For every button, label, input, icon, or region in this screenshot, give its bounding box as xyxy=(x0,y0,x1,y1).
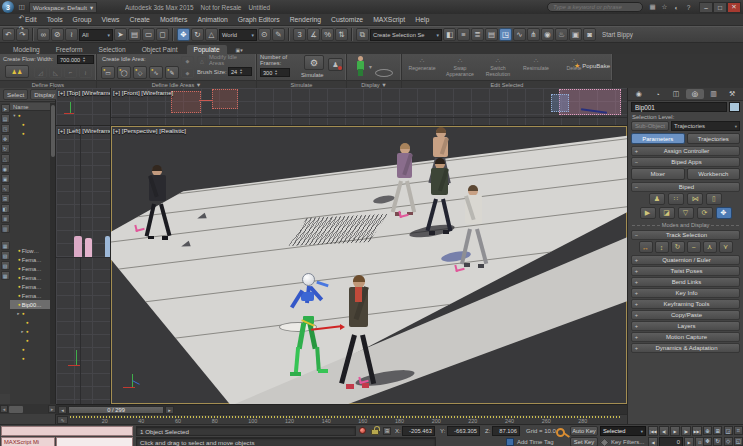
z-coordinate-field[interactable]: 87.106 xyxy=(492,426,520,436)
display-tab[interactable]: Display xyxy=(30,89,58,100)
biped-playback-icon[interactable]: ▶ xyxy=(640,207,656,219)
material-editor-icon[interactable]: ◉ xyxy=(541,28,554,41)
time-slider-handle[interactable]: 0 / 299 xyxy=(68,406,164,414)
snaps-toggle-3d-icon[interactable]: 3 xyxy=(293,28,306,41)
create-tab-icon[interactable]: ◉ xyxy=(630,89,648,99)
x-coordinate-field[interactable]: -205.463 xyxy=(402,426,435,436)
idle-ellipse-icon[interactable]: ●◯ xyxy=(117,66,131,79)
named-selection-sets-dropdown[interactable]: Create Selection Se▾ xyxy=(370,29,442,41)
explorer-tool-icon-13[interactable]: ▥ xyxy=(1,224,10,233)
define-idle-areas-group-label[interactable]: Define Idle Areas ▼ xyxy=(97,80,256,88)
biped-skeleton[interactable] xyxy=(287,272,349,394)
absolute-mode-icon[interactable]: ⊞ xyxy=(383,427,391,435)
light-bulb-icon[interactable]: ● xyxy=(22,347,25,352)
light-bulb-icon[interactable]: ● xyxy=(18,284,21,289)
add-time-tag-label[interactable]: Add Time Tag xyxy=(517,439,554,445)
render-production-icon[interactable]: ◙ xyxy=(583,28,596,41)
menu-maxscript[interactable]: MAXScript xyxy=(368,14,410,25)
convert-icon[interactable]: ⟳ xyxy=(697,207,713,219)
spinner-snap-icon[interactable]: ⇅ xyxy=(335,28,348,41)
lock-com-keying-icon[interactable]: − xyxy=(687,241,701,253)
rollout-biped-apps[interactable]: −Biped Apps xyxy=(631,157,740,167)
ribbon-tab-modeling[interactable]: Modeling xyxy=(6,45,47,54)
close-button[interactable]: ✕ xyxy=(727,2,741,13)
explorer-tool-icon-5[interactable]: ↻ xyxy=(1,144,10,153)
y-coordinate-field[interactable]: -663.305 xyxy=(447,426,480,436)
workspace-dropdown[interactable]: Workspace: Default▾ xyxy=(29,2,97,13)
button-switch-resolution[interactable]: ∴Switch Resolution xyxy=(479,55,517,77)
body-vertical-icon[interactable]: ↕ xyxy=(655,241,669,253)
simulate-group-label[interactable]: Simulate xyxy=(257,80,346,88)
explorer-tool-icon-8[interactable]: ▣ xyxy=(1,174,10,183)
save-file-icon[interactable]: ◫ xyxy=(16,2,27,13)
tree-row-2[interactable]: ● xyxy=(10,120,51,129)
angle-snap-icon[interactable]: ∡ xyxy=(307,28,320,41)
ribbon-tab-selection[interactable]: Selection xyxy=(92,45,133,54)
menu-customize[interactable]: Customize xyxy=(326,14,368,25)
explorer-tool-icon-1[interactable]: ➤ xyxy=(1,104,10,113)
rollout-biped[interactable]: −Biped xyxy=(631,182,740,192)
light-bulb-icon[interactable]: ● xyxy=(22,311,25,316)
tree-row-4[interactable]: ●Flow… xyxy=(10,246,51,255)
ribbon-tab-populate[interactable]: Populate xyxy=(187,45,227,54)
light-bulb-icon[interactable]: ● xyxy=(18,293,21,298)
explorer-tool-icon-2[interactable]: ▤ xyxy=(1,114,10,123)
pedestrian-woman-purple[interactable] xyxy=(393,144,417,216)
simulate-selected-icon[interactable]: ♟ xyxy=(328,58,343,71)
simulate-button-label[interactable]: Simulate xyxy=(301,72,324,78)
zoom-region-icon[interactable]: ⌗ xyxy=(734,426,743,435)
menu-create[interactable]: Create xyxy=(125,14,155,25)
menu-views[interactable]: Views xyxy=(96,14,124,25)
percent-snap-icon[interactable]: % xyxy=(321,28,334,41)
light-bulb-icon[interactable]: ● xyxy=(26,320,29,325)
sign-in-icon[interactable]: ▦ xyxy=(647,2,658,13)
select-and-rotate-icon[interactable]: ↻ xyxy=(191,28,204,41)
viewport-front[interactable]: [+] [Front] [Wireframe] xyxy=(111,88,627,125)
tree-row-13[interactable]: ▸● xyxy=(10,327,51,336)
reverse-flow-icon[interactable]: ◺ xyxy=(49,66,62,78)
key-filters-icon[interactable] xyxy=(600,438,610,446)
explorer-tool-icon-16[interactable]: ▨ xyxy=(1,261,10,270)
light-bulb-icon[interactable]: ● xyxy=(18,257,21,262)
flow-width-spinner[interactable]: 700.000▲▼ xyxy=(57,55,94,64)
unlink-selection-icon[interactable]: ⊘ xyxy=(51,28,64,41)
modify-idle-areas-label[interactable]: Modify Idle Areas xyxy=(209,55,253,67)
key-mode-toggle-button[interactable]: ◀ xyxy=(648,437,658,446)
explorer-horizontal-scrollbar[interactable]: ◂▸ xyxy=(0,404,56,414)
idle-rectangle-icon[interactable]: ●▭ xyxy=(101,66,115,79)
display-group-label[interactable]: Display ▼ xyxy=(347,80,401,88)
light-bulb-icon[interactable]: ● xyxy=(18,275,21,280)
sub-object-dropdown[interactable]: Trajectories▾ xyxy=(671,121,740,131)
viewport-top-label[interactable]: [+] [Top] [Wireframe] xyxy=(58,89,110,96)
name-column-header[interactable]: Name xyxy=(10,103,51,111)
mirror-icon[interactable]: ◧ xyxy=(443,28,456,41)
move-all-mode-icon[interactable]: ✥ xyxy=(716,207,732,219)
rollout-key-info[interactable]: +Key Info xyxy=(631,288,740,298)
opposite-tracks-icon[interactable]: ⋎ xyxy=(719,241,733,253)
tree-row-5[interactable]: ●Fema… xyxy=(10,255,51,264)
select-object-icon[interactable]: ➤ xyxy=(114,28,127,41)
rollout-keyframing-tools[interactable]: +Keyframing Tools xyxy=(631,299,740,309)
idle-paint-icon[interactable]: ●✎ xyxy=(165,66,179,79)
scene-explorer-icon[interactable]: ◳ xyxy=(499,28,512,41)
motion-flow-mode-icon[interactable]: ⋈ xyxy=(687,193,703,205)
minimize-button[interactable]: – xyxy=(699,2,713,13)
light-bulb-icon[interactable]: ● xyxy=(18,113,21,118)
chevron-down-icon[interactable]: ▾ xyxy=(369,64,372,70)
tree-row-6[interactable]: ●Fema… xyxy=(10,264,51,273)
zoom-extents-icon[interactable]: ◲ xyxy=(724,426,733,435)
zoom-all-icon[interactable]: ⊞ xyxy=(713,426,722,435)
rollout-layers[interactable]: +Layers xyxy=(631,321,740,331)
favorites-icon[interactable]: ☆ xyxy=(659,2,670,13)
ribbon-tab-object-paint[interactable]: Object Paint xyxy=(135,45,185,54)
body-rotation-icon[interactable]: ↻ xyxy=(671,241,685,253)
rollout-assign-controller[interactable]: +Assign Controller xyxy=(631,146,740,156)
selection-lock-icon[interactable] xyxy=(371,429,379,435)
help-icon[interactable]: ? xyxy=(683,2,694,13)
rollout-bend-links[interactable]: +Bend Links xyxy=(631,277,740,287)
selection-set-dropdown[interactable]: Selected▾ xyxy=(600,426,646,436)
orbit-icon[interactable]: ↻ xyxy=(713,437,722,446)
display-tab-icon[interactable]: ▥ xyxy=(705,89,723,99)
go-to-start-button[interactable]: |◀◀ xyxy=(648,426,658,436)
tree-row-3[interactable]: ● xyxy=(10,129,51,138)
